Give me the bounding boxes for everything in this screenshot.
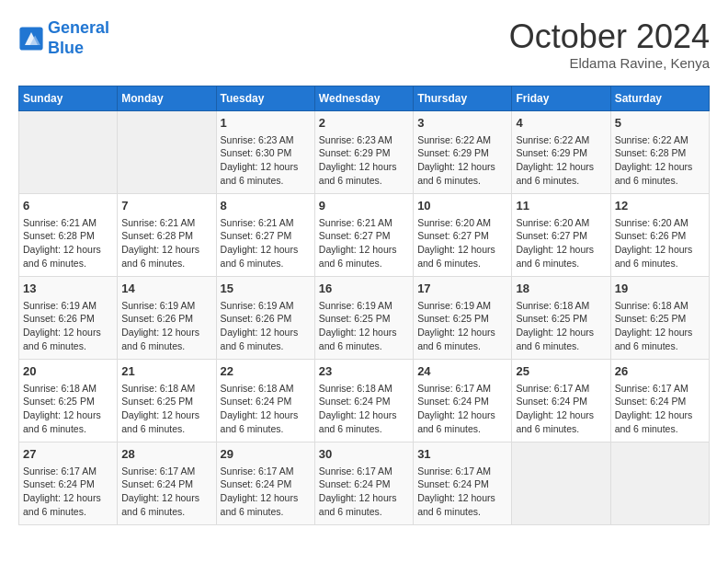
- day-info: Sunrise: 6:22 AM Sunset: 6:29 PM Dayligh…: [516, 133, 606, 188]
- calendar-cell: 1Sunrise: 6:23 AM Sunset: 6:30 PM Daylig…: [216, 110, 314, 193]
- calendar-cell: [512, 442, 610, 524]
- calendar-cell: 13Sunrise: 6:19 AM Sunset: 6:26 PM Dayli…: [19, 276, 118, 359]
- day-info: Sunrise: 6:21 AM Sunset: 6:28 PM Dayligh…: [23, 216, 113, 270]
- calendar-cell: 21Sunrise: 6:18 AM Sunset: 6:25 PM Dayli…: [118, 359, 216, 442]
- calendar-cell: 15Sunrise: 6:19 AM Sunset: 6:26 PM Dayli…: [216, 276, 314, 359]
- day-info: Sunrise: 6:20 AM Sunset: 6:26 PM Dayligh…: [615, 216, 705, 270]
- day-number: 15: [221, 281, 311, 297]
- day-info: Sunrise: 6:23 AM Sunset: 6:30 PM Dayligh…: [221, 133, 311, 188]
- day-info: Sunrise: 6:17 AM Sunset: 6:24 PM Dayligh…: [121, 465, 211, 519]
- calendar-cell: 20Sunrise: 6:18 AM Sunset: 6:25 PM Dayli…: [19, 359, 118, 442]
- calendar-cell: 2Sunrise: 6:23 AM Sunset: 6:29 PM Daylig…: [314, 110, 413, 193]
- day-info: Sunrise: 6:19 AM Sunset: 6:26 PM Dayligh…: [221, 299, 311, 353]
- weekday-header-thursday: Thursday: [414, 86, 512, 110]
- calendar-cell: 9Sunrise: 6:21 AM Sunset: 6:27 PM Daylig…: [314, 193, 413, 276]
- day-info: Sunrise: 6:17 AM Sunset: 6:24 PM Dayligh…: [417, 382, 507, 436]
- calendar-cell: 22Sunrise: 6:18 AM Sunset: 6:24 PM Dayli…: [216, 359, 314, 442]
- day-info: Sunrise: 6:20 AM Sunset: 6:27 PM Dayligh…: [516, 216, 606, 270]
- calendar-cell: 25Sunrise: 6:17 AM Sunset: 6:24 PM Dayli…: [512, 359, 610, 442]
- logo-icon: [18, 26, 44, 52]
- day-info: Sunrise: 6:18 AM Sunset: 6:24 PM Dayligh…: [319, 382, 409, 436]
- week-row-1: 1Sunrise: 6:23 AM Sunset: 6:30 PM Daylig…: [19, 110, 710, 193]
- day-info: Sunrise: 6:18 AM Sunset: 6:25 PM Dayligh…: [121, 382, 211, 436]
- weekday-header-tuesday: Tuesday: [216, 86, 314, 110]
- day-info: Sunrise: 6:21 AM Sunset: 6:27 PM Dayligh…: [319, 216, 409, 270]
- day-number: 8: [221, 198, 311, 214]
- day-number: 18: [516, 281, 606, 297]
- month-title: October 2024: [509, 18, 710, 55]
- day-info: Sunrise: 6:17 AM Sunset: 6:24 PM Dayligh…: [417, 465, 507, 519]
- day-number: 16: [319, 281, 409, 297]
- day-number: 30: [319, 446, 409, 463]
- day-number: 13: [23, 281, 113, 297]
- calendar-cell: 3Sunrise: 6:22 AM Sunset: 6:29 PM Daylig…: [414, 110, 512, 193]
- day-number: 29: [221, 446, 311, 463]
- day-info: Sunrise: 6:21 AM Sunset: 6:27 PM Dayligh…: [221, 216, 311, 270]
- calendar-cell: 28Sunrise: 6:17 AM Sunset: 6:24 PM Dayli…: [118, 442, 216, 524]
- calendar-cell: 16Sunrise: 6:19 AM Sunset: 6:25 PM Dayli…: [314, 276, 413, 359]
- calendar-cell: 4Sunrise: 6:22 AM Sunset: 6:29 PM Daylig…: [512, 110, 610, 193]
- day-info: Sunrise: 6:18 AM Sunset: 6:25 PM Dayligh…: [516, 299, 606, 353]
- calendar-cell: 12Sunrise: 6:20 AM Sunset: 6:26 PM Dayli…: [610, 193, 709, 276]
- calendar-cell: 31Sunrise: 6:17 AM Sunset: 6:24 PM Dayli…: [414, 442, 512, 524]
- calendar-cell: 10Sunrise: 6:20 AM Sunset: 6:27 PM Dayli…: [414, 193, 512, 276]
- calendar-cell: 11Sunrise: 6:20 AM Sunset: 6:27 PM Dayli…: [512, 193, 610, 276]
- day-info: Sunrise: 6:20 AM Sunset: 6:27 PM Dayligh…: [417, 216, 507, 270]
- logo: General Blue: [18, 18, 109, 58]
- calendar-cell: 8Sunrise: 6:21 AM Sunset: 6:27 PM Daylig…: [216, 193, 314, 276]
- day-number: 23: [319, 363, 409, 380]
- calendar-cell: 29Sunrise: 6:17 AM Sunset: 6:24 PM Dayli…: [216, 442, 314, 524]
- day-number: 31: [417, 446, 507, 463]
- logo-line2: Blue: [48, 39, 84, 57]
- calendar-cell: [19, 110, 118, 193]
- day-info: Sunrise: 6:19 AM Sunset: 6:26 PM Dayligh…: [23, 299, 113, 353]
- day-info: Sunrise: 6:22 AM Sunset: 6:28 PM Dayligh…: [615, 133, 705, 188]
- day-info: Sunrise: 6:19 AM Sunset: 6:25 PM Dayligh…: [417, 299, 507, 353]
- calendar-cell: 27Sunrise: 6:17 AM Sunset: 6:24 PM Dayli…: [19, 442, 118, 524]
- day-number: 7: [121, 198, 211, 214]
- weekday-header-saturday: Saturday: [610, 86, 709, 110]
- day-info: Sunrise: 6:18 AM Sunset: 6:25 PM Dayligh…: [23, 382, 113, 436]
- week-row-2: 6Sunrise: 6:21 AM Sunset: 6:28 PM Daylig…: [19, 193, 710, 276]
- day-info: Sunrise: 6:17 AM Sunset: 6:24 PM Dayligh…: [319, 465, 409, 519]
- day-number: 25: [516, 363, 606, 380]
- calendar-cell: [610, 442, 709, 524]
- calendar-cell: 26Sunrise: 6:17 AM Sunset: 6:24 PM Dayli…: [610, 359, 709, 442]
- day-number: 19: [615, 281, 705, 297]
- day-info: Sunrise: 6:17 AM Sunset: 6:24 PM Dayligh…: [516, 382, 606, 436]
- calendar-cell: 30Sunrise: 6:17 AM Sunset: 6:24 PM Dayli…: [314, 442, 413, 524]
- day-info: Sunrise: 6:18 AM Sunset: 6:25 PM Dayligh…: [615, 299, 705, 353]
- day-number: 28: [121, 446, 211, 463]
- weekday-header-friday: Friday: [512, 86, 610, 110]
- day-number: 27: [23, 446, 113, 463]
- title-block: October 2024 Eldama Ravine, Kenya: [509, 18, 710, 71]
- weekday-header-row: SundayMondayTuesdayWednesdayThursdayFrid…: [19, 86, 710, 110]
- day-number: 26: [615, 363, 705, 380]
- day-number: 9: [319, 198, 409, 214]
- day-info: Sunrise: 6:18 AM Sunset: 6:24 PM Dayligh…: [221, 382, 311, 436]
- day-number: 3: [417, 115, 507, 132]
- day-info: Sunrise: 6:19 AM Sunset: 6:26 PM Dayligh…: [121, 299, 211, 353]
- calendar-cell: 14Sunrise: 6:19 AM Sunset: 6:26 PM Dayli…: [118, 276, 216, 359]
- calendar-cell: 5Sunrise: 6:22 AM Sunset: 6:28 PM Daylig…: [610, 110, 709, 193]
- day-number: 5: [615, 115, 705, 132]
- logo-text: General Blue: [48, 18, 109, 58]
- day-info: Sunrise: 6:21 AM Sunset: 6:28 PM Dayligh…: [121, 216, 211, 270]
- week-row-4: 20Sunrise: 6:18 AM Sunset: 6:25 PM Dayli…: [19, 359, 710, 442]
- day-number: 24: [417, 363, 507, 380]
- week-row-5: 27Sunrise: 6:17 AM Sunset: 6:24 PM Dayli…: [19, 442, 710, 524]
- calendar-cell: 23Sunrise: 6:18 AM Sunset: 6:24 PM Dayli…: [314, 359, 413, 442]
- calendar-cell: 17Sunrise: 6:19 AM Sunset: 6:25 PM Dayli…: [414, 276, 512, 359]
- calendar-cell: 24Sunrise: 6:17 AM Sunset: 6:24 PM Dayli…: [414, 359, 512, 442]
- day-info: Sunrise: 6:17 AM Sunset: 6:24 PM Dayligh…: [615, 382, 705, 436]
- day-info: Sunrise: 6:22 AM Sunset: 6:29 PM Dayligh…: [417, 133, 507, 188]
- weekday-header-wednesday: Wednesday: [314, 86, 413, 110]
- day-number: 21: [121, 363, 211, 380]
- day-number: 12: [615, 198, 705, 214]
- day-number: 2: [319, 115, 409, 132]
- day-info: Sunrise: 6:19 AM Sunset: 6:25 PM Dayligh…: [319, 299, 409, 353]
- calendar-cell: 19Sunrise: 6:18 AM Sunset: 6:25 PM Dayli…: [610, 276, 709, 359]
- day-info: Sunrise: 6:17 AM Sunset: 6:24 PM Dayligh…: [221, 465, 311, 519]
- location: Eldama Ravine, Kenya: [509, 55, 710, 71]
- day-info: Sunrise: 6:17 AM Sunset: 6:24 PM Dayligh…: [23, 465, 113, 519]
